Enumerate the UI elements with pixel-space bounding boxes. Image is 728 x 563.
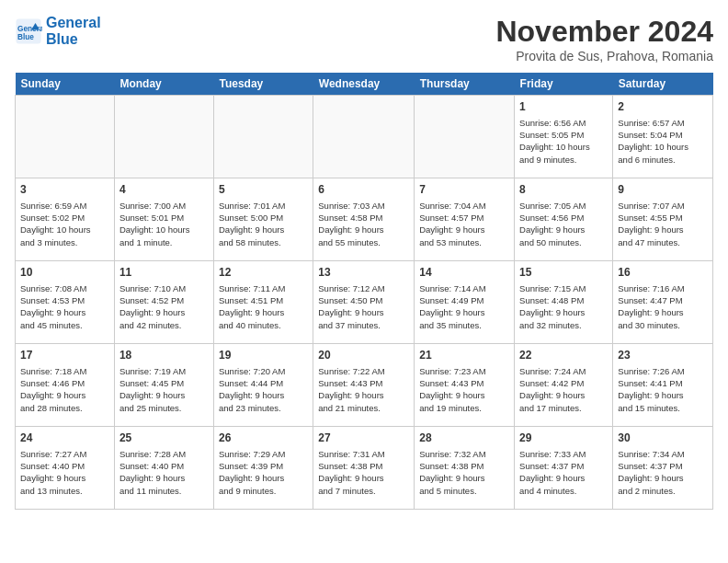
day-cell (16, 96, 115, 178)
day-cell (415, 96, 515, 178)
week-row-3: 10Sunrise: 7:08 AM Sunset: 4:53 PM Dayli… (16, 261, 713, 344)
day-number: 5 (219, 182, 308, 198)
day-cell: 5Sunrise: 7:01 AM Sunset: 5:00 PM Daylig… (213, 178, 313, 261)
day-info: Sunrise: 7:26 AM Sunset: 4:41 PM Dayligh… (618, 365, 708, 414)
title-area: November 2024 Provita de Sus, Prahova, R… (495, 15, 713, 63)
day-info: Sunrise: 7:14 AM Sunset: 4:49 PM Dayligh… (419, 282, 509, 331)
logo-line2: Blue (46, 31, 101, 48)
day-number: 24 (20, 431, 109, 446)
day-info: Sunrise: 6:57 AM Sunset: 5:04 PM Dayligh… (618, 117, 708, 166)
day-cell: 14Sunrise: 7:14 AM Sunset: 4:49 PM Dayli… (415, 261, 515, 344)
day-cell: 21Sunrise: 7:23 AM Sunset: 4:43 PM Dayli… (415, 344, 515, 427)
weekday-header-tuesday: Tuesday (213, 73, 313, 96)
day-number: 13 (318, 265, 409, 281)
day-cell: 29Sunrise: 7:33 AM Sunset: 4:37 PM Dayli… (515, 427, 613, 510)
day-cell: 27Sunrise: 7:31 AM Sunset: 4:38 PM Dayli… (313, 427, 415, 510)
day-number: 26 (219, 431, 308, 446)
day-info: Sunrise: 7:29 AM Sunset: 4:39 PM Dayligh… (219, 448, 308, 497)
day-info: Sunrise: 7:27 AM Sunset: 4:40 PM Dayligh… (20, 448, 109, 497)
day-number: 15 (519, 265, 608, 281)
day-cell: 25Sunrise: 7:28 AM Sunset: 4:40 PM Dayli… (114, 427, 213, 510)
day-number: 22 (519, 348, 608, 363)
day-info: Sunrise: 7:34 AM Sunset: 4:37 PM Dayligh… (618, 448, 708, 497)
day-number: 12 (219, 265, 308, 281)
svg-text:Blue: Blue (17, 33, 34, 41)
day-number: 30 (618, 431, 708, 446)
day-number: 8 (519, 182, 608, 198)
day-info: Sunrise: 7:08 AM Sunset: 4:53 PM Dayligh… (20, 282, 109, 331)
day-info: Sunrise: 7:04 AM Sunset: 4:57 PM Dayligh… (419, 200, 509, 248)
day-info: Sunrise: 7:16 AM Sunset: 4:47 PM Dayligh… (618, 282, 708, 331)
calendar-subtitle: Provita de Sus, Prahova, Romania (495, 49, 713, 63)
weekday-header-saturday: Saturday (613, 73, 713, 96)
day-number: 7 (419, 182, 509, 198)
day-number: 25 (119, 431, 209, 446)
day-number: 27 (318, 431, 409, 446)
logo-line1: General (46, 15, 101, 31)
day-info: Sunrise: 7:11 AM Sunset: 4:51 PM Dayligh… (219, 282, 308, 331)
day-cell: 28Sunrise: 7:32 AM Sunset: 4:38 PM Dayli… (415, 427, 515, 510)
day-info: Sunrise: 7:15 AM Sunset: 4:48 PM Dayligh… (519, 282, 608, 331)
day-number: 29 (519, 431, 608, 446)
day-info: Sunrise: 7:32 AM Sunset: 4:38 PM Dayligh… (419, 448, 509, 497)
week-row-5: 24Sunrise: 7:27 AM Sunset: 4:40 PM Dayli… (16, 427, 713, 510)
day-number: 1 (519, 99, 608, 115)
day-cell: 9Sunrise: 7:07 AM Sunset: 4:55 PM Daylig… (613, 178, 713, 261)
header: General Blue General Blue November 2024 … (15, 15, 713, 63)
day-info: Sunrise: 7:05 AM Sunset: 4:56 PM Dayligh… (519, 200, 608, 248)
logo: General Blue General Blue (15, 15, 101, 47)
day-cell: 30Sunrise: 7:34 AM Sunset: 4:37 PM Dayli… (613, 427, 713, 510)
week-row-1: 1Sunrise: 6:56 AM Sunset: 5:05 PM Daylig… (16, 96, 713, 178)
day-info: Sunrise: 7:01 AM Sunset: 5:00 PM Dayligh… (219, 200, 308, 248)
day-cell (114, 96, 213, 178)
day-cell: 16Sunrise: 7:16 AM Sunset: 4:47 PM Dayli… (613, 261, 713, 344)
day-cell: 12Sunrise: 7:11 AM Sunset: 4:51 PM Dayli… (213, 261, 313, 344)
day-cell: 1Sunrise: 6:56 AM Sunset: 5:05 PM Daylig… (515, 96, 613, 178)
day-cell: 10Sunrise: 7:08 AM Sunset: 4:53 PM Dayli… (16, 261, 115, 344)
day-info: Sunrise: 7:10 AM Sunset: 4:52 PM Dayligh… (119, 282, 209, 331)
day-info: Sunrise: 7:00 AM Sunset: 5:01 PM Dayligh… (119, 200, 209, 248)
day-cell: 8Sunrise: 7:05 AM Sunset: 4:56 PM Daylig… (515, 178, 613, 261)
day-number: 10 (20, 265, 109, 281)
day-info: Sunrise: 6:59 AM Sunset: 5:02 PM Dayligh… (20, 200, 109, 248)
day-info: Sunrise: 7:12 AM Sunset: 4:50 PM Dayligh… (318, 282, 409, 331)
day-cell: 24Sunrise: 7:27 AM Sunset: 4:40 PM Dayli… (16, 427, 115, 510)
day-number: 4 (119, 182, 209, 198)
day-cell: 11Sunrise: 7:10 AM Sunset: 4:52 PM Dayli… (114, 261, 213, 344)
day-number: 21 (419, 348, 509, 363)
day-number: 18 (119, 348, 209, 363)
day-number: 23 (618, 348, 708, 363)
calendar-table: SundayMondayTuesdayWednesdayThursdayFrid… (15, 73, 713, 510)
week-row-2: 3Sunrise: 6:59 AM Sunset: 5:02 PM Daylig… (16, 178, 713, 261)
day-cell: 18Sunrise: 7:19 AM Sunset: 4:45 PM Dayli… (114, 344, 213, 427)
day-cell: 22Sunrise: 7:24 AM Sunset: 4:42 PM Dayli… (515, 344, 613, 427)
weekday-header-row: SundayMondayTuesdayWednesdayThursdayFrid… (16, 73, 713, 96)
day-number: 19 (219, 348, 308, 363)
day-info: Sunrise: 7:18 AM Sunset: 4:46 PM Dayligh… (20, 365, 109, 414)
day-cell: 26Sunrise: 7:29 AM Sunset: 4:39 PM Dayli… (213, 427, 313, 510)
day-cell: 6Sunrise: 7:03 AM Sunset: 4:58 PM Daylig… (313, 178, 415, 261)
day-cell: 13Sunrise: 7:12 AM Sunset: 4:50 PM Dayli… (313, 261, 415, 344)
day-number: 9 (618, 182, 708, 198)
day-cell (213, 96, 313, 178)
weekday-header-sunday: Sunday (16, 73, 115, 96)
weekday-header-monday: Monday (114, 73, 213, 96)
day-info: Sunrise: 7:33 AM Sunset: 4:37 PM Dayligh… (519, 448, 608, 497)
day-info: Sunrise: 7:07 AM Sunset: 4:55 PM Dayligh… (618, 200, 708, 248)
day-cell: 19Sunrise: 7:20 AM Sunset: 4:44 PM Dayli… (213, 344, 313, 427)
day-info: Sunrise: 7:31 AM Sunset: 4:38 PM Dayligh… (318, 448, 409, 497)
day-info: Sunrise: 7:28 AM Sunset: 4:40 PM Dayligh… (119, 448, 209, 497)
day-number: 17 (20, 348, 109, 363)
day-number: 3 (20, 182, 109, 198)
weekday-header-friday: Friday (515, 73, 613, 96)
day-cell: 17Sunrise: 7:18 AM Sunset: 4:46 PM Dayli… (16, 344, 115, 427)
day-cell: 4Sunrise: 7:00 AM Sunset: 5:01 PM Daylig… (114, 178, 213, 261)
day-cell: 15Sunrise: 7:15 AM Sunset: 4:48 PM Dayli… (515, 261, 613, 344)
day-number: 16 (618, 265, 708, 281)
day-cell: 2Sunrise: 6:57 AM Sunset: 5:04 PM Daylig… (613, 96, 713, 178)
day-number: 14 (419, 265, 509, 281)
day-cell: 3Sunrise: 6:59 AM Sunset: 5:02 PM Daylig… (16, 178, 115, 261)
day-info: Sunrise: 7:24 AM Sunset: 4:42 PM Dayligh… (519, 365, 608, 414)
day-info: Sunrise: 7:03 AM Sunset: 4:58 PM Dayligh… (318, 200, 409, 248)
day-number: 28 (419, 431, 509, 446)
